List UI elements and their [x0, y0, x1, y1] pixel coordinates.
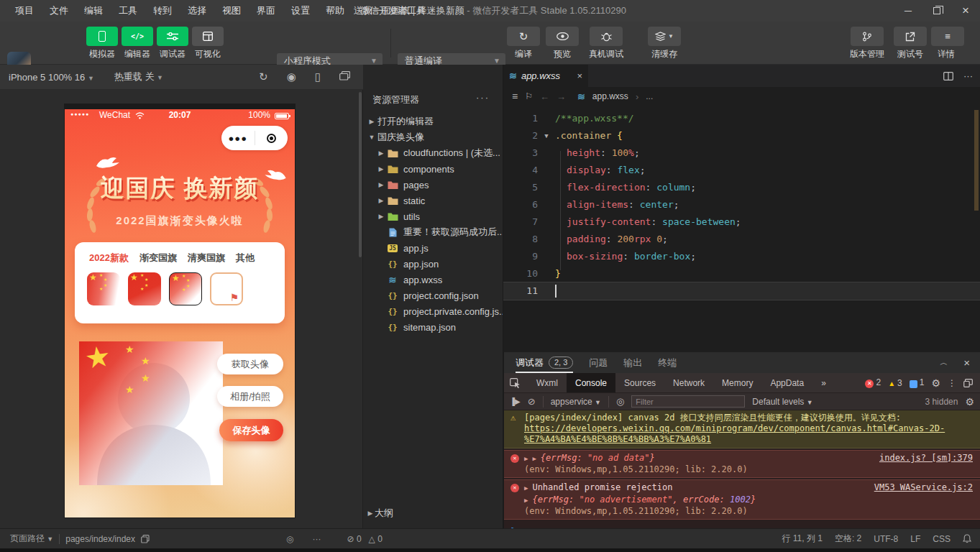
menu-item[interactable]: 转到: [145, 0, 180, 22]
devtools-tab-sources[interactable]: Sources: [615, 373, 664, 392]
debugger-toggle-button[interactable]: 调试器: [155, 27, 190, 60]
preview-button[interactable]: 预览: [544, 27, 580, 60]
source-link[interactable]: index.js? [sm]:379: [879, 452, 973, 464]
devtools-menu-icon[interactable]: ⋮: [948, 378, 956, 388]
page-path-select[interactable]: 页面路径 ▼: [10, 533, 53, 545]
breadcrumb-more[interactable]: ...: [646, 91, 653, 101]
version-control-button[interactable]: 版本管理: [845, 27, 889, 60]
editor-toggle-button[interactable]: </> 编辑器: [120, 27, 155, 60]
clear-cache-button[interactable]: ▼ 清缓存: [642, 27, 687, 60]
multi-window-icon[interactable]: [339, 71, 350, 84]
overview-ruler[interactable]: [974, 110, 979, 211]
menu-item[interactable]: 工具: [111, 0, 145, 22]
tree-item-components[interactable]: ▶components: [363, 161, 503, 177]
hidden-count[interactable]: 3 hidden: [925, 397, 958, 407]
clear-console-icon[interactable]: ⊘: [528, 396, 536, 407]
close-miniprogram-button[interactable]: [255, 134, 288, 143]
nav-back-icon[interactable]: ←: [540, 91, 549, 102]
save-avatar-button[interactable]: 保存头像: [219, 419, 283, 441]
editor-tab-app-wxss[interactable]: ≋ app.wxss ×: [503, 65, 588, 87]
console-error-message[interactable]: ✕▶Unhandled promise rejectionVM53 WAServ…: [504, 479, 980, 520]
list-icon[interactable]: ≡: [512, 91, 518, 102]
notifications-bell-icon[interactable]: [963, 534, 971, 543]
statusbar-item[interactable]: LF: [910, 534, 920, 544]
console-prompt[interactable]: >: [504, 520, 980, 528]
menu-item[interactable]: 帮助: [318, 0, 352, 22]
devtools-tab-wxml[interactable]: Wxml: [528, 373, 567, 392]
flag-thumb-frame[interactable]: ⚑: [210, 272, 243, 305]
simulator-toggle-button[interactable]: 模拟器: [85, 27, 119, 60]
visualize-toggle-button[interactable]: 可视化: [191, 27, 225, 60]
devtools-tab-memory[interactable]: Memory: [713, 373, 761, 392]
split-editor-icon[interactable]: [943, 72, 953, 80]
debugger-tab-调试器[interactable]: 调试器2, 3: [516, 352, 573, 373]
tree-item-project.config.json[interactable]: {}project.config.json: [363, 288, 503, 303]
log-levels-select[interactable]: Default levels ▼: [752, 397, 812, 407]
code-line-9[interactable]: 9box-sizing: border-box;: [503, 248, 980, 265]
tree-item-app.json[interactable]: {}app.json: [363, 256, 503, 272]
compile-button[interactable]: ↻ 编译: [505, 27, 541, 60]
tree-item-sitemap.json[interactable]: {}sitemap.json: [363, 319, 503, 335]
code-line-5[interactable]: 5flex-direction: column;: [503, 179, 980, 196]
tree-item-project.private.config.js...[interactable]: {}project.private.config.js...: [363, 303, 503, 319]
expand-icon[interactable]: ▶: [524, 494, 528, 506]
flag-category-tab[interactable]: 清爽国旗: [188, 252, 225, 264]
code-line-4[interactable]: 4display: flex;: [503, 162, 980, 179]
minimize-button[interactable]: ─: [894, 0, 922, 22]
more-tabs-icon[interactable]: »: [812, 373, 835, 392]
statusbar-eye-icon[interactable]: ◎: [286, 534, 293, 544]
menu-item[interactable]: 视图: [214, 0, 249, 22]
chevron-icon[interactable]: ▶: [377, 181, 385, 188]
album-camera-button[interactable]: 相册/拍照: [217, 386, 283, 407]
code-line-7[interactable]: 7justify-content: space-between;: [503, 213, 980, 231]
nav-forward-icon[interactable]: →: [557, 91, 566, 102]
test-account-button[interactable]: 测试号: [892, 27, 928, 60]
debugger-tab-输出[interactable]: 输出: [623, 352, 642, 373]
flag-category-tab[interactable]: 渐变国旗: [139, 252, 177, 264]
scrollbar[interactable]: [359, 92, 362, 257]
chevron-icon[interactable]: ▶: [377, 165, 385, 172]
menu-item[interactable]: 选择: [180, 0, 214, 22]
devtools-tab-appdata[interactable]: AppData: [761, 373, 812, 392]
tree-item-app.js[interactable]: JSapp.js: [363, 240, 503, 256]
statusbar-more-icon[interactable]: ···: [313, 534, 321, 544]
rotate-icon[interactable]: ↻: [259, 70, 268, 83]
code-line-3[interactable]: 3height: 100%;: [503, 144, 980, 162]
menu-item[interactable]: 界面: [249, 0, 283, 22]
doc-link[interactable]: https://developers.weixin.qq.com/minipro…: [524, 423, 945, 444]
bookmark-icon[interactable]: ⚐: [525, 91, 533, 101]
flag-category-tab[interactable]: 其他: [236, 252, 255, 264]
code-line-6[interactable]: 6align-items: center;: [503, 196, 980, 213]
debugger-tab-终端[interactable]: 终端: [658, 352, 677, 373]
code-area[interactable]: 1/**app.wxss**/2▼.container {3height: 10…: [503, 106, 980, 352]
tree-item--...[interactable]: 重要！获取源码成功后...: [363, 224, 503, 240]
code-line-2[interactable]: 2▼.container {: [503, 127, 980, 144]
warning-count-badge[interactable]: 3: [888, 378, 902, 388]
debugger-tab-问题[interactable]: 问题: [589, 352, 608, 373]
tree-item-static[interactable]: ▶static: [363, 193, 503, 208]
tree-item-app.wxss[interactable]: ≋app.wxss: [363, 272, 503, 288]
expand-icon[interactable]: ▶: [532, 453, 536, 464]
chevron-icon[interactable]: ▶: [377, 197, 385, 204]
console-filter-input[interactable]: [631, 395, 745, 408]
record-icon[interactable]: ◉: [287, 70, 296, 83]
devtools-settings-icon[interactable]: ⚙: [931, 377, 940, 389]
expand-icon[interactable]: ▶: [524, 453, 528, 464]
flag-thumb-solid[interactable]: ★★★★★: [128, 272, 161, 305]
problems-summary[interactable]: ⊘ 0 △ 0: [347, 534, 383, 544]
device-frame-icon[interactable]: ▯: [315, 70, 321, 83]
statusbar-item[interactable]: UTF-8: [874, 534, 898, 544]
statusbar-item[interactable]: CSS: [933, 534, 951, 544]
hot-reload-toggle[interactable]: 热重载 关 ▼: [114, 70, 163, 83]
console-warning-message[interactable]: ⚠[pages/index/index] canvas 2d 接口支持同层渲染且…: [504, 410, 980, 448]
maximize-button[interactable]: [922, 0, 951, 22]
tree-item-cloudfunctions-...[interactable]: ▶cloudfunctions | (未选...: [363, 145, 503, 161]
device-debug-button[interactable]: 真机调试: [584, 27, 628, 60]
devtools-tab-network[interactable]: Network: [664, 373, 713, 392]
info-count-badge[interactable]: 1: [910, 377, 925, 388]
more-menu-button[interactable]: ●●●: [221, 133, 255, 144]
tree-item--[interactable]: ▶打开的编辑器: [363, 114, 503, 129]
flag-category-tab[interactable]: 2022新款: [89, 252, 129, 264]
close-tab-icon[interactable]: ×: [577, 70, 582, 81]
source-link[interactable]: VM53 WAService.js:2: [874, 482, 973, 493]
